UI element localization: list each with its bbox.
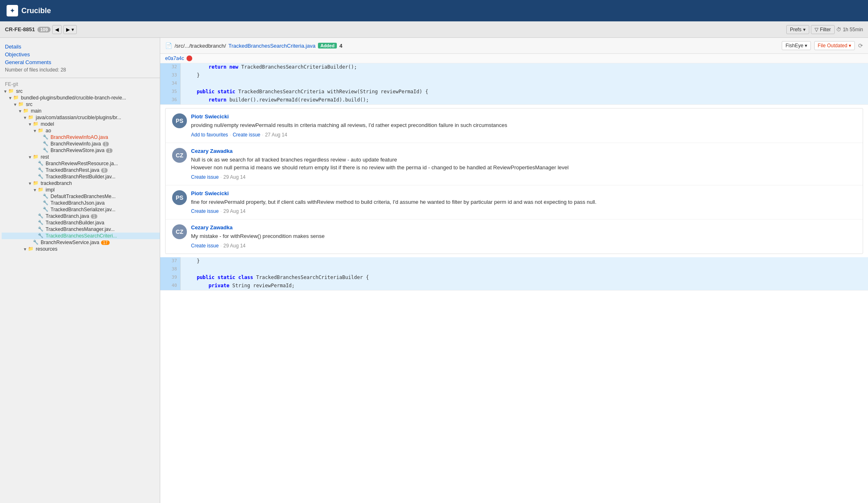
tree-item-main[interactable]: ▼ 📁 main — [2, 108, 160, 114]
tree-label: TrackedBranchRest.java — [46, 167, 99, 173]
folder-icon: 📁 — [13, 95, 20, 101]
separator: · — [220, 174, 221, 180]
tree-toggle[interactable]: ▼ — [18, 109, 23, 113]
create-issue-link[interactable]: Create issue — [233, 132, 260, 138]
commit-hash[interactable]: e0a7a4c — [165, 55, 184, 61]
create-issue-link[interactable]: Create issue — [191, 174, 219, 180]
tree-toggle[interactable]: ▼ — [28, 155, 33, 159]
file-path-filename[interactable]: TrackedBranchesSearchCriteria.java — [228, 43, 315, 49]
tree-item-impl-folder[interactable]: ▼ 📁 impl — [2, 187, 160, 193]
code-line: 34 — [160, 80, 868, 88]
tree-toggle[interactable]: ▼ — [3, 89, 8, 94]
comment-body: Cezary Zawadka Null is ok as we search f… — [191, 148, 856, 180]
tree-item-resources[interactable]: ▼ 📁 resources — [2, 246, 160, 252]
tree-item-trackedbranchbuilder[interactable]: 🔧 TrackedBranchBuilder.java — [2, 219, 160, 226]
comment-date: 29 Aug 14 — [223, 174, 246, 180]
tree-item-branchreviewstore[interactable]: 🔧 BranchReviewStore.java 1 — [2, 147, 160, 154]
cr-id: CR-FE-8851 — [5, 26, 35, 32]
fisheye-dropdown[interactable]: FishEye ▾ — [782, 41, 810, 50]
tree-item-rest[interactable]: ▼ 📁 rest — [2, 154, 160, 160]
tree-item-trackedbranchserializer[interactable]: 🔧 TrackedBranchSerializer.jav... — [2, 206, 160, 213]
line-number: 34 — [160, 80, 181, 88]
tree-label: trackedbranch — [41, 180, 72, 186]
separator: · — [262, 132, 263, 138]
tree-item-java[interactable]: ▼ 📁 java/com/atlassian/crucible/plugins/… — [2, 114, 160, 121]
tree-label: TrackedBranchSerializer.jav... — [51, 207, 115, 212]
main-content: 📄 /src/.../trackedbranch/TrackedBranches… — [160, 38, 868, 503]
filter-label: Filter — [820, 27, 831, 32]
tree-item-branchreviewrest[interactable]: 🔧 BranchReviewRestResource.ja... — [2, 160, 160, 167]
expand-right-button[interactable]: ▶ ▾ — [63, 25, 76, 34]
tree-toggle[interactable]: ▼ — [28, 181, 33, 186]
tree-item-trackedbranch-folder[interactable]: ▼ 📁 trackedbranch — [2, 180, 160, 187]
folder-icon: 📁 — [18, 102, 25, 107]
code-line: 39 public static class TrackedBranchesSe… — [160, 274, 868, 282]
comment-actions: Create issue · 29 Aug 14 — [191, 208, 856, 214]
sidebar-link-objectives[interactable]: Objectives — [5, 51, 155, 58]
file-icon: 🔧 — [38, 220, 44, 226]
tree-item-trackedbranch-restbuilder[interactable]: 🔧 TrackedBranchRestBuilder.jav... — [2, 173, 160, 180]
file-icon: 🔧 — [38, 161, 44, 166]
sidebar-divider — [0, 78, 160, 78]
tree-item-src2[interactable]: ▼ 📁 src — [2, 101, 160, 108]
filter-button[interactable]: ▽ Filter — [811, 25, 835, 34]
tree-toggle[interactable]: ▼ — [23, 247, 28, 252]
outdated-dropdown[interactable]: File Outdated ▾ — [814, 41, 855, 50]
tree-item-trackedbranchesmanager[interactable]: 🔧 TrackedBranchesManager.jav... — [2, 226, 160, 233]
comment-author: Piotr Swiecicki — [191, 113, 856, 120]
tree-item-trackedbranch-rest[interactable]: 🔧 TrackedBranchRest.java 8 — [2, 167, 160, 173]
tree-item-branchreviewinfo[interactable]: 🔧 BranchReviewInfo.java 1 — [2, 141, 160, 147]
outdated-label: File Outdated — [818, 43, 847, 48]
sidebar-link-details[interactable]: Details — [5, 43, 155, 51]
tree-item-model[interactable]: ▼ 📁 model — [2, 121, 160, 127]
comment-body: Cezary Zawadka My mistake - for withRevi… — [191, 224, 856, 249]
tree-toggle[interactable]: ▼ — [33, 129, 38, 133]
file-count: 4 — [339, 43, 342, 49]
comment-item: PS Piotr Swiecicki fine for reviewPermaI… — [166, 185, 863, 220]
expand-left-button[interactable]: ◀ — [52, 25, 62, 34]
comment-body: Piotr Swiecicki fine for reviewPermaId p… — [191, 190, 856, 215]
tree-item-trackedbanchjson[interactable]: 🔧 TrackedBranchJson.java — [2, 200, 160, 206]
code-block-bottom: 37 } 38 39 public static class TrackedBr… — [160, 257, 868, 291]
tree-item-src[interactable]: ▼ 📁 src — [2, 88, 160, 95]
cr-count: 109 — [37, 27, 51, 32]
folder-icon: 📁 — [23, 108, 30, 114]
tree-label: model — [41, 121, 54, 127]
sidebar-link-general-comments[interactable]: General Comments — [5, 58, 155, 66]
tree-item-branchreviewinfoad[interactable]: 🔧 BranchReviewInfoAO.java — [2, 134, 160, 141]
add-to-favourites-link[interactable]: Add to favourites — [191, 132, 228, 138]
tree-toggle[interactable]: ▼ — [33, 188, 38, 192]
tree-item-bundled[interactable]: ▼ 📁 bundled-plugins/bundled/crucible-bra… — [2, 95, 160, 101]
tree-label: TrackedBranchRestBuilder.jav... — [46, 174, 115, 180]
cr-badge: CR-FE-8851 109 — [5, 26, 51, 32]
comment-item: CZ Cezary Zawadka My mistake - for withR… — [166, 219, 863, 254]
tree-item-defaulttrackedbranches[interactable]: 🔧 DefaultTrackedBranchesMe... — [2, 193, 160, 200]
tree-label: bundled-plugins/bundled/crucible-branch-… — [21, 95, 126, 101]
tree-label: DefaultTrackedBranchesMe... — [51, 194, 115, 199]
file-path-prefix: /src/.../trackedbranch/ — [175, 43, 226, 49]
code-line: 36 return builder().reviewPermaId(review… — [160, 96, 868, 104]
separator: · — [220, 243, 221, 249]
line-number: 32 — [160, 63, 181, 72]
comment-author: Cezary Zawadka — [191, 148, 856, 154]
comment-actions: Add to favourites · Create issue · 27 Au… — [191, 132, 856, 138]
tree-item-trackedbranchessearchcriteria[interactable]: 🔧 TrackedBranchesSearchCriteri... — [2, 233, 160, 239]
tree-toggle[interactable]: ▼ — [23, 115, 28, 120]
file-icon: 🔧 — [43, 207, 49, 212]
folder-icon: 📁 — [33, 154, 39, 160]
prefs-button[interactable]: Prefs ▾ — [786, 25, 809, 34]
tree-toggle[interactable]: ▼ — [8, 96, 13, 100]
tree-item-branchreviewservice[interactable]: 🔧 BranchReviewService.java 17 — [2, 239, 160, 246]
tree-label: ao — [46, 128, 51, 134]
tree-label: impl — [46, 187, 55, 193]
create-issue-link[interactable]: Create issue — [191, 243, 219, 249]
tree-item-ao[interactable]: ▼ 📁 ao — [2, 127, 160, 134]
tree-toggle[interactable]: ▼ — [13, 102, 18, 107]
time-label: 1h 55min — [843, 27, 863, 32]
create-issue-link[interactable]: Create issue — [191, 208, 219, 214]
app-name: Crucible — [21, 7, 51, 15]
tree-toggle[interactable]: ▼ — [28, 122, 33, 127]
main-layout: Details Objectives General Comments Numb… — [0, 38, 868, 503]
tree-item-trackedbranch-java[interactable]: 🔧 TrackedBranch.java 1 — [2, 213, 160, 219]
comment-header: PS Piotr Swiecicki fine for reviewPermaI… — [172, 190, 856, 215]
